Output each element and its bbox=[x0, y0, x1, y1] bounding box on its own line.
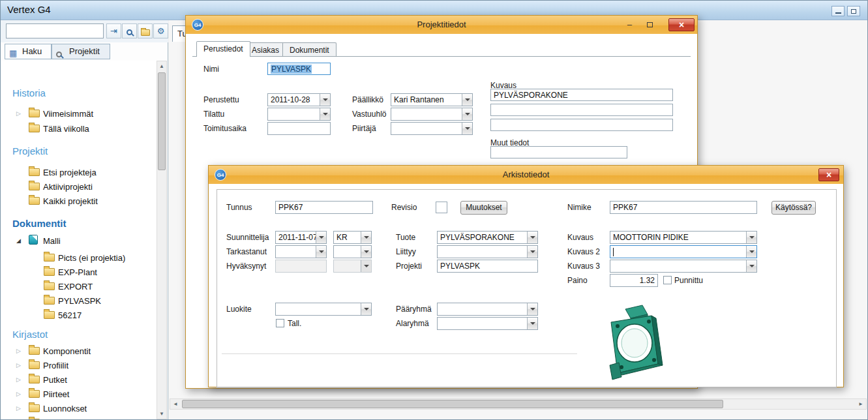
revisio-input[interactable] bbox=[436, 202, 447, 213]
dialog-close-icon[interactable]: × bbox=[818, 168, 839, 181]
tree-item-picts[interactable]: Picts (ei projektia) bbox=[58, 252, 125, 263]
chevron-down-icon[interactable] bbox=[527, 246, 537, 258]
scroll-right-icon[interactable]: ► bbox=[856, 399, 866, 409]
projekti-input[interactable]: PYLVASPK bbox=[437, 260, 538, 273]
chevron-right-icon[interactable]: ▷ bbox=[16, 360, 21, 371]
tree-item-aktiiviprojekti[interactable]: Aktiiviprojekti bbox=[43, 181, 93, 192]
tree-item-komponentit[interactable]: Komponentit bbox=[43, 346, 91, 357]
paaryhma-combo[interactable] bbox=[437, 303, 538, 316]
chevron-right-icon[interactable]: ▷ bbox=[16, 403, 21, 414]
chevron-down-icon[interactable] bbox=[320, 94, 330, 106]
search-button[interactable] bbox=[122, 23, 137, 38]
chevron-down-icon[interactable] bbox=[462, 123, 472, 134]
chevron-down-icon[interactable] bbox=[361, 232, 371, 243]
tilattu-combo[interactable] bbox=[267, 108, 331, 121]
scroll-up-icon[interactable]: ▲ bbox=[157, 61, 166, 71]
workspace-hscrollbar-thumb[interactable] bbox=[182, 400, 723, 408]
tree-item-symbolit[interactable]: Symbolit bbox=[43, 417, 76, 420]
vastuuhlo-combo[interactable] bbox=[391, 108, 473, 121]
tree-item-56217[interactable]: 56217 bbox=[58, 310, 82, 321]
chevron-down-icon[interactable] bbox=[746, 232, 756, 243]
chevron-right-icon[interactable]: ▷ bbox=[16, 389, 21, 400]
tab-dokumentit[interactable]: Dokumentit bbox=[282, 42, 337, 57]
tree-item-exp-plant[interactable]: EXP-Plant bbox=[58, 267, 97, 278]
scroll-down-icon[interactable]: ▼ bbox=[157, 409, 166, 419]
suunnittelija-date-combo[interactable]: 2011-11-07 bbox=[275, 231, 327, 244]
window-minimize-icon[interactable] bbox=[831, 6, 845, 16]
window-restore-icon[interactable] bbox=[847, 6, 860, 16]
chevron-down-icon[interactable] bbox=[316, 246, 326, 258]
kuvaus-input-1[interactable]: PYLVÄSPORAKONE bbox=[490, 89, 673, 101]
tarkastanut-date-combo[interactable] bbox=[275, 245, 327, 258]
tree-item-luonnokset[interactable]: Luonnokset bbox=[43, 403, 87, 414]
muut-tiedot-input[interactable] bbox=[490, 146, 627, 158]
chevron-down-icon[interactable] bbox=[527, 318, 537, 329]
perustettu-combo[interactable]: 2011-10-28 bbox=[267, 93, 331, 106]
chevron-right-icon[interactable]: ▷ bbox=[16, 346, 21, 357]
dialog-minimize-icon[interactable]: – bbox=[627, 19, 632, 31]
tab-haku[interactable]: ▦ Haku bbox=[5, 44, 52, 59]
kuvaus2-combo[interactable] bbox=[610, 245, 757, 258]
chevron-right-icon[interactable]: ▷ bbox=[16, 374, 21, 385]
arkistotiedot-titlebar[interactable]: G4 Arkistotiedot × bbox=[209, 166, 843, 184]
dialog-close-icon[interactable]: × bbox=[668, 18, 695, 31]
nimi-input[interactable]: PYLVASPK bbox=[267, 63, 331, 75]
chevron-down-icon[interactable] bbox=[462, 108, 472, 120]
tab-asiakas[interactable]: Asiakas bbox=[245, 42, 286, 57]
tab-projektit[interactable]: Projektit bbox=[52, 44, 110, 59]
tree-item-malli[interactable]: Malli bbox=[43, 235, 61, 247]
suunnittelija-initials-combo[interactable]: KR bbox=[333, 231, 372, 244]
chevron-down-icon[interactable] bbox=[361, 246, 371, 258]
chevron-expanded-icon[interactable]: ◢ bbox=[16, 235, 21, 247]
punnittu-checkbox[interactable] bbox=[663, 276, 672, 284]
kuvaus-input-3[interactable] bbox=[490, 119, 673, 131]
chevron-down-icon[interactable] bbox=[746, 246, 756, 258]
tree-item-viimeisimmat[interactable]: Viimeisimmät bbox=[43, 108, 93, 119]
dialog-maximize-icon[interactable] bbox=[647, 22, 653, 27]
folder-icon bbox=[44, 268, 55, 276]
tree-item-piirteet[interactable]: Piirteet bbox=[43, 389, 69, 400]
piirtaja-combo[interactable] bbox=[391, 122, 473, 135]
liittyy-combo[interactable] bbox=[437, 245, 538, 258]
go-button[interactable]: ⇥ bbox=[106, 23, 121, 38]
kuvaus-input-2[interactable] bbox=[490, 104, 673, 116]
nimike-input[interactable]: PPK67 bbox=[610, 201, 757, 214]
search-input[interactable] bbox=[6, 23, 104, 38]
chevron-right-icon[interactable]: ▷ bbox=[16, 108, 21, 119]
settings-button[interactable]: ⚙ bbox=[153, 23, 168, 38]
tree-item-talla-viikolla[interactable]: Tällä viikolla bbox=[43, 123, 89, 134]
tunnus-label: Tunnus bbox=[226, 201, 252, 214]
tree-item-profiilit[interactable]: Profiilit bbox=[43, 360, 68, 371]
tree-item-pylvaspk[interactable]: PYLVASPK bbox=[58, 295, 101, 307]
chevron-down-icon[interactable] bbox=[527, 303, 537, 315]
chevron-right-icon[interactable]: ▷ bbox=[16, 417, 21, 420]
kuvaus-combo[interactable]: MOOTTORIN PIDIKE bbox=[610, 231, 757, 244]
chevron-down-icon[interactable] bbox=[527, 232, 537, 243]
chevron-down-icon[interactable] bbox=[462, 94, 472, 106]
projektitiedot-titlebar[interactable]: G4 Projektitiedot – × bbox=[186, 16, 697, 34]
tab-perustiedot[interactable]: Perustiedot bbox=[196, 41, 250, 57]
tree-item-kaikki-projektit[interactable]: Kaikki projektit bbox=[43, 196, 98, 207]
tarkastanut-initials-combo[interactable] bbox=[333, 245, 372, 258]
paallikko-combo[interactable]: Kari Rantanen bbox=[391, 93, 473, 106]
tree-item-export[interactable]: EXPORT bbox=[58, 281, 93, 292]
tunnus-input[interactable]: PPK67 bbox=[275, 201, 373, 214]
kuvaus3-combo[interactable] bbox=[610, 260, 757, 273]
scroll-left-icon[interactable]: ◄ bbox=[170, 399, 181, 409]
open-folder-button[interactable] bbox=[138, 23, 153, 38]
tree-scrollbar-thumb[interactable] bbox=[158, 72, 166, 170]
paino-input[interactable]: 1.32 bbox=[610, 274, 658, 287]
alaryhma-combo[interactable] bbox=[437, 317, 538, 330]
tuote-combo[interactable]: PYLVÄSPORAKONE bbox=[437, 231, 538, 244]
muutokset-button[interactable]: Muutokset bbox=[460, 201, 507, 215]
kaytossa-button[interactable]: Käytössä? bbox=[771, 201, 816, 215]
tall-checkbox[interactable] bbox=[276, 319, 284, 327]
chevron-down-icon[interactable] bbox=[361, 303, 371, 315]
toimitusaika-input[interactable] bbox=[267, 122, 331, 135]
tree-item-putket[interactable]: Putket bbox=[43, 374, 67, 385]
chevron-down-icon[interactable] bbox=[746, 260, 756, 272]
luokite-combo[interactable] bbox=[275, 303, 372, 316]
chevron-down-icon[interactable] bbox=[320, 108, 330, 120]
chevron-down-icon[interactable] bbox=[316, 232, 326, 243]
tree-item-etsi-projekteja[interactable]: Etsi projekteja bbox=[43, 167, 97, 178]
